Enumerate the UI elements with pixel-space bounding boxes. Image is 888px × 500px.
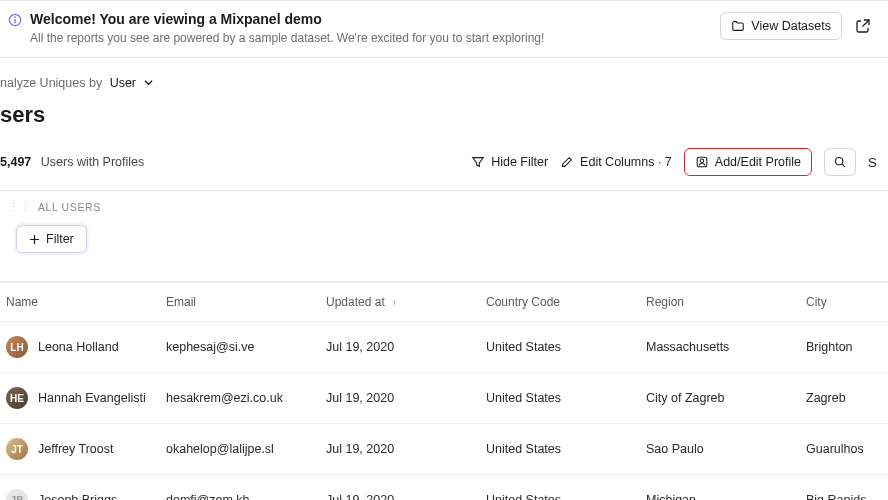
add-edit-profile-button[interactable]: Add/Edit Profile	[684, 148, 812, 176]
banner-right: View Datasets	[720, 11, 874, 41]
filter-chip-label: Filter	[46, 232, 74, 246]
user-name: Jeffrey Troost	[38, 442, 114, 456]
hide-filter-button[interactable]: Hide Filter	[471, 155, 548, 169]
table-row[interactable]: JBJoseph Briggsdomfi@zem.khJul 19, 2020U…	[0, 475, 888, 500]
view-datasets-button[interactable]: View Datasets	[720, 12, 842, 40]
edit-columns-button[interactable]: Edit Columns · 7	[560, 155, 672, 169]
all-users-label: ALL USERS	[38, 201, 101, 213]
col-country-code[interactable]: Country Code	[486, 295, 646, 309]
cell-city: Guarulhos	[806, 442, 882, 456]
user-name: Hannah Evangelisti	[38, 391, 146, 405]
table-header: Name Email Updated at ↑ Country Code Reg…	[0, 281, 888, 322]
cell-country-code: United States	[486, 442, 646, 456]
cell-region: Massachusetts	[646, 340, 806, 354]
external-link-button[interactable]	[852, 11, 874, 41]
cell-country-code: United States	[486, 391, 646, 405]
search-text-truncated: S	[868, 155, 888, 170]
banner-title: Welcome! You are viewing a Mixpanel demo	[30, 11, 544, 27]
plus-icon	[29, 234, 40, 245]
cell-country-code: United States	[486, 340, 646, 354]
col-updated-at[interactable]: Updated at ↑	[326, 295, 486, 309]
svg-rect-1	[14, 19, 15, 23]
demo-banner: Welcome! You are viewing a Mixpanel demo…	[0, 0, 888, 58]
avatar: JB	[6, 489, 28, 500]
avatar: HE	[6, 387, 28, 409]
folder-icon	[731, 19, 745, 33]
cell-updated-at: Jul 19, 2020	[326, 442, 486, 456]
chevron-down-icon	[144, 76, 153, 90]
svg-point-5	[835, 157, 842, 164]
cell-city: Zagreb	[806, 391, 882, 405]
cell-email: domfi@zem.kh	[166, 493, 326, 500]
count-number: 5,497	[0, 155, 31, 169]
avatar: JT	[6, 438, 28, 460]
search-icon	[833, 155, 847, 169]
col-name[interactable]: Name	[6, 295, 166, 309]
user-name: Leona Holland	[38, 340, 119, 354]
cell-region: City of Zagreb	[646, 391, 806, 405]
table-row[interactable]: LHLeona Hollandkephesaj@si.veJul 19, 202…	[0, 322, 888, 373]
hide-filter-label: Hide Filter	[491, 155, 548, 169]
cell-name: JBJoseph Briggs	[6, 489, 166, 500]
sort-indicator-icon: ↑	[392, 297, 397, 308]
col-region[interactable]: Region	[646, 295, 806, 309]
add-filter-button[interactable]: Filter	[16, 225, 87, 253]
drag-handle-icon[interactable]: ⋮⋮	[8, 203, 32, 211]
svg-point-4	[700, 159, 704, 163]
edit-columns-label: Edit Columns · 7	[580, 155, 672, 169]
search-button[interactable]	[824, 148, 856, 176]
avatar: LH	[6, 336, 28, 358]
cell-region: Sao Paulo	[646, 442, 806, 456]
count-label: Users with Profiles	[41, 155, 145, 169]
cell-email: kephesaj@si.ve	[166, 340, 326, 354]
cell-updated-at: Jul 19, 2020	[326, 391, 486, 405]
pencil-icon	[560, 155, 574, 169]
table-row[interactable]: JTJeffrey Troostokahelop@lalijpe.slJul 1…	[0, 424, 888, 475]
all-users-section: ⋮⋮ ALL USERS	[0, 191, 888, 221]
cell-updated-at: Jul 19, 2020	[326, 340, 486, 354]
cell-name: HEHannah Evangelisti	[6, 387, 166, 409]
count-toolbar-row: 5,497 Users with Profiles Hide Filter Ed…	[0, 144, 888, 191]
analyze-label: nalyze Uniques by	[0, 76, 102, 90]
user-name: Joseph Briggs	[38, 493, 117, 500]
col-city[interactable]: City	[806, 295, 882, 309]
page-title: sers	[0, 96, 888, 144]
cell-name: LHLeona Holland	[6, 336, 166, 358]
cell-city: Big Rapids	[806, 493, 882, 500]
info-icon	[8, 13, 22, 45]
analyze-uniques-selector[interactable]: nalyze Uniques by User	[0, 58, 888, 96]
cell-region: Michigan	[646, 493, 806, 500]
banner-left: Welcome! You are viewing a Mixpanel demo…	[8, 11, 544, 45]
cell-city: Brighton	[806, 340, 882, 354]
table-row[interactable]: HEHannah Evangelistihesakrem@ezi.co.ukJu…	[0, 373, 888, 424]
banner-text: Welcome! You are viewing a Mixpanel demo…	[30, 11, 544, 45]
cell-country-code: United States	[486, 493, 646, 500]
users-table: Name Email Updated at ↑ Country Code Reg…	[0, 281, 888, 500]
add-edit-profile-label: Add/Edit Profile	[715, 155, 801, 169]
user-count: 5,497 Users with Profiles	[0, 155, 144, 169]
svg-point-2	[14, 16, 16, 18]
cell-name: JTJeffrey Troost	[6, 438, 166, 460]
cell-updated-at: Jul 19, 2020	[326, 493, 486, 500]
col-email[interactable]: Email	[166, 295, 326, 309]
filter-icon	[471, 155, 485, 169]
banner-subtitle: All the reports you see are powered by a…	[30, 31, 544, 45]
cell-email: hesakrem@ezi.co.uk	[166, 391, 326, 405]
view-datasets-label: View Datasets	[751, 19, 831, 33]
analyze-value: User	[110, 76, 136, 90]
cell-email: okahelop@lalijpe.sl	[166, 442, 326, 456]
profile-icon	[695, 155, 709, 169]
toolbar: Hide Filter Edit Columns · 7 Add/Edit Pr…	[471, 148, 888, 176]
